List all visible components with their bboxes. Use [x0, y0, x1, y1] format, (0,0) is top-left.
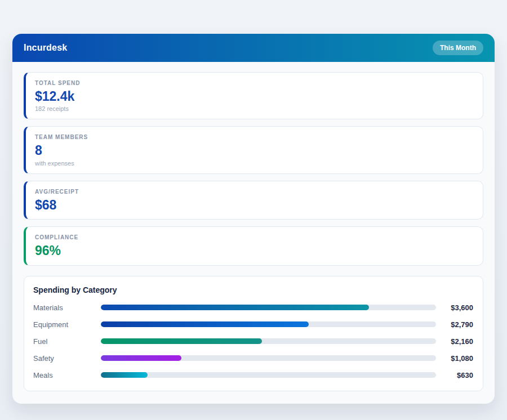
category-label: Meals — [33, 371, 101, 379]
stat-subtext: 182 receipts — [35, 105, 474, 112]
spending-chart-card: Spending by Category Materials $3,600 Eq… — [24, 276, 483, 391]
stat-label: COMPLIANCE — [35, 234, 474, 240]
bar-fill-materials — [101, 305, 369, 310]
category-label: Fuel — [33, 337, 101, 346]
stat-value: $68 — [35, 198, 474, 212]
stat-label: AVG/RECEIPT — [35, 189, 474, 195]
dashboard-panel: Incurdesk This Month TOTAL SPEND $12.4k … — [12, 34, 495, 404]
app-header: Incurdesk This Month — [12, 34, 495, 62]
stat-value: 8 — [35, 143, 474, 158]
stat-value: $12.4k — [35, 89, 474, 104]
chart-row: Fuel $2,160 — [33, 337, 473, 346]
app-title: Incurdesk — [24, 43, 67, 53]
chart-row: Meals $630 — [33, 371, 473, 379]
bar-fill-safety — [101, 355, 181, 361]
category-value: $2,160 — [436, 337, 473, 346]
stat-label: TEAM MEMBERS — [35, 134, 474, 140]
bar-fill-meals — [101, 372, 148, 378]
stat-card-avg-receipt: AVG/RECEIPT $68 — [24, 181, 483, 220]
stat-card-total-spend: TOTAL SPEND $12.4k 182 receipts — [24, 72, 483, 119]
category-label: Materials — [33, 303, 101, 312]
bar-fill-equipment — [101, 321, 309, 327]
chart-title: Spending by Category — [33, 285, 473, 294]
chart-row: Equipment $2,790 — [33, 320, 473, 329]
stat-card-team-members: TEAM MEMBERS 8 with expenses — [24, 126, 483, 173]
category-label: Safety — [33, 354, 101, 363]
category-value: $1,080 — [436, 354, 473, 363]
chart-row: Safety $1,080 — [33, 354, 473, 363]
category-value: $3,600 — [436, 303, 473, 312]
bar-track — [101, 321, 436, 327]
bar-track — [101, 355, 436, 361]
bar-track — [101, 338, 436, 344]
stat-subtext: with expenses — [35, 160, 474, 167]
category-value: $630 — [436, 371, 473, 379]
bar-track — [101, 305, 436, 310]
dashboard-body: TOTAL SPEND $12.4k 182 receipts TEAM MEM… — [12, 62, 495, 404]
category-label: Equipment — [33, 320, 101, 329]
category-value: $2,790 — [436, 320, 473, 329]
stat-value: 96% — [35, 243, 474, 258]
stat-card-compliance: COMPLIANCE 96% — [24, 226, 483, 265]
period-badge[interactable]: This Month — [433, 41, 483, 55]
bar-track — [101, 372, 436, 378]
chart-row: Materials $3,600 — [33, 303, 473, 312]
bar-fill-fuel — [101, 338, 262, 344]
stat-label: TOTAL SPEND — [35, 80, 474, 86]
